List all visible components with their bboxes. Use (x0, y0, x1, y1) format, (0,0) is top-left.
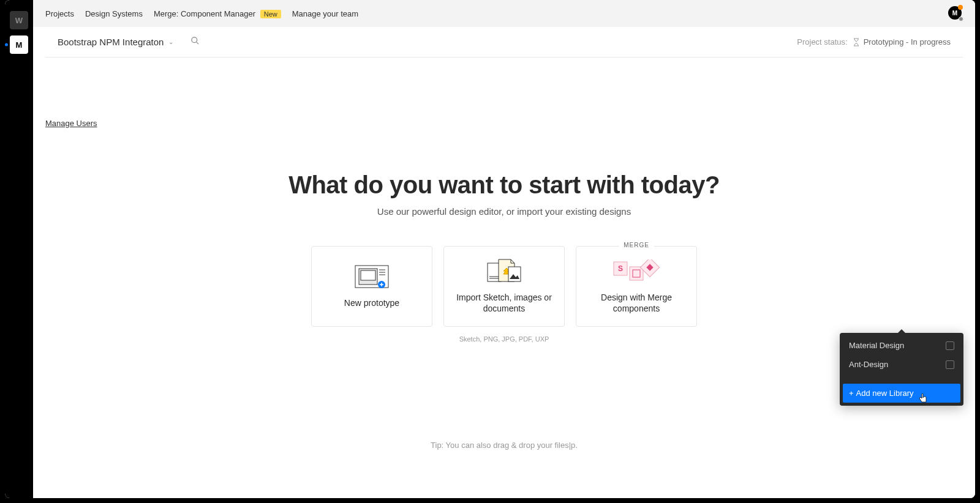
merge-library-dropdown: Material Design Ant-Design + Add new Lib… (840, 333, 963, 406)
workspace-switcher-item-active[interactable]: M (10, 35, 28, 54)
card-label: Design with Merge components (576, 292, 696, 314)
nav-design-systems[interactable]: Design Systems (85, 9, 143, 18)
prototype-icon (355, 264, 389, 289)
svg-line-1 (197, 42, 199, 44)
library-icon (946, 341, 954, 350)
workspace-rail: W M (5, 0, 33, 498)
user-avatar[interactable]: M (948, 6, 962, 20)
search-icon[interactable] (190, 36, 200, 48)
dropdown-item-label: Material Design (849, 341, 904, 350)
hourglass-icon (853, 38, 860, 47)
nav-manage-team[interactable]: Manage your team (292, 9, 358, 18)
svg-text:S: S (618, 264, 623, 273)
svg-point-0 (192, 37, 197, 43)
tip-text: Tip: You can also drag & drop your files… (45, 441, 963, 450)
gear-icon (959, 17, 963, 21)
project-title-label: Bootstrap NPM Integraton (58, 37, 164, 47)
library-icon (946, 360, 954, 369)
add-new-library-button[interactable]: + Add new Library (843, 384, 960, 403)
import-formats: Sketch, PNG, JPG, PDF, UXP (459, 335, 549, 343)
svg-rect-17 (630, 267, 643, 280)
avatar-initial: M (952, 10, 957, 17)
card-new-prototype[interactable]: New prototype (311, 246, 432, 327)
plus-icon: + (849, 389, 854, 398)
new-badge: New (260, 10, 281, 18)
chevron-down-icon: ⌄ (168, 39, 173, 45)
card-import[interactable]: Import Sketch, images or documents (443, 246, 565, 327)
import-icon (486, 259, 522, 283)
card-label: New prototype (337, 297, 407, 308)
merge-badge: MERGE (619, 242, 654, 248)
card-label: Import Sketch, images or documents (444, 292, 564, 314)
hero-subtitle: Use our powerful design editor, or impor… (45, 206, 963, 217)
hero-title: What do you want to start with today? (45, 171, 963, 199)
svg-rect-14 (508, 267, 521, 281)
project-title-dropdown[interactable]: Bootstrap NPM Integraton ⌄ (58, 37, 173, 47)
project-status-label: Project status: (797, 37, 847, 47)
svg-rect-4 (361, 270, 375, 280)
workspace-switcher-item[interactable]: W (10, 11, 28, 29)
cursor-hand-icon (919, 393, 927, 405)
nav-projects[interactable]: Projects (45, 9, 74, 18)
notification-dot-icon (958, 5, 963, 10)
manage-users-link[interactable]: Manage Users (45, 119, 97, 128)
project-status-value[interactable]: Prototyping - In progress (853, 37, 951, 47)
card-merge-components[interactable]: MERGE S Design with Merge compo (576, 246, 697, 327)
merge-components-icon: S (612, 259, 660, 283)
nav-merge[interactable]: Merge: Component Manager New (154, 9, 281, 18)
status-text: Prototyping - In progress (864, 37, 951, 47)
dropdown-item-material-design[interactable]: Material Design (843, 336, 960, 355)
top-nav: Projects Design Systems Merge: Component… (33, 0, 975, 27)
dropdown-item-ant-design[interactable]: Ant-Design (843, 355, 960, 374)
project-bar: Bootstrap NPM Integraton ⌄ Project statu… (45, 27, 963, 58)
nav-merge-label: Merge: Component Manager (154, 9, 255, 18)
dropdown-item-label: Ant-Design (849, 360, 888, 369)
add-library-label: Add new Library (856, 389, 914, 398)
